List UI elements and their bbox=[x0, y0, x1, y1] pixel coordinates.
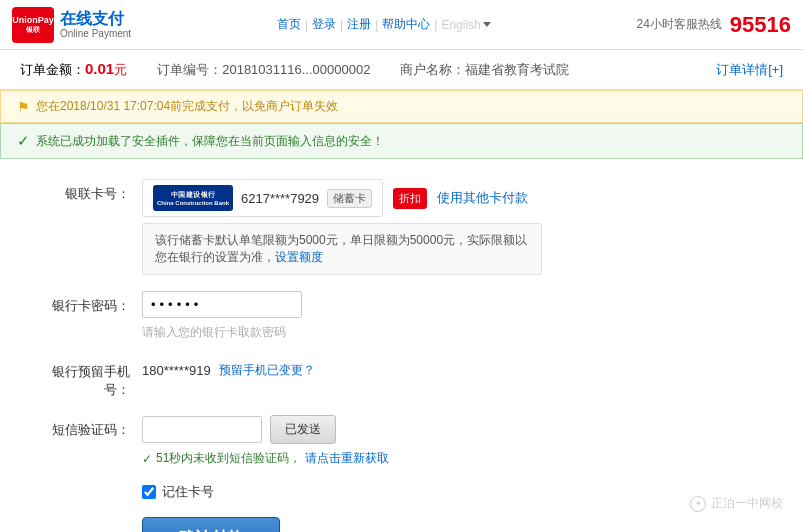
set-limit-link[interactable]: 设置额度 bbox=[275, 250, 323, 264]
bank-card-label: 银联卡号： bbox=[40, 179, 130, 203]
amount-value: 0.01 bbox=[85, 60, 114, 77]
language-selector[interactable]: English bbox=[441, 18, 490, 32]
phone-label: 银行预留手机号： bbox=[40, 357, 130, 399]
form-area: 银联卡号： 中国建设银行 China Construction Bank 621… bbox=[0, 159, 803, 532]
remember-label: 记住卡号 bbox=[162, 483, 214, 501]
hotline-label: 24小时客服热线 bbox=[636, 16, 721, 33]
bank-card-content: 中国建设银行 China Construction Bank 6217****7… bbox=[142, 179, 763, 275]
remember-row: 记住卡号 bbox=[40, 483, 763, 501]
hotline-number: 95516 bbox=[730, 12, 791, 38]
change-phone-link[interactable]: 预留手机已变更？ bbox=[219, 362, 315, 379]
watermark-icon: ✦ bbox=[690, 496, 706, 512]
nav-links: 首页 | 登录 | 注册 | 帮助中心 | English bbox=[277, 16, 491, 33]
amount-label: 订单金额：0.01元 bbox=[20, 60, 127, 79]
send-sms-button[interactable]: 已发送 bbox=[270, 415, 336, 444]
sms-input-row: 已发送 bbox=[142, 415, 763, 444]
header: UnionPay 银联 在线支付 Online Payment 首页 | 登录 … bbox=[0, 0, 803, 50]
password-input[interactable] bbox=[142, 291, 302, 318]
unionpay-logo: UnionPay 银联 bbox=[12, 7, 54, 43]
password-hint: 请输入您的银行卡取款密码 bbox=[142, 324, 763, 341]
logo-area: UnionPay 银联 在线支付 Online Payment bbox=[12, 7, 131, 43]
notice-icon: ⚑ bbox=[17, 99, 30, 115]
discount-badge[interactable]: 折扣 bbox=[393, 188, 427, 209]
notice-bar: ⚑ 您在2018/10/31 17:07:04前完成支付，以免商户订单失效 bbox=[0, 90, 803, 123]
security-check-icon: ✓ bbox=[17, 132, 30, 150]
selected-card[interactable]: 中国建设银行 China Construction Bank 6217****7… bbox=[142, 179, 383, 217]
footer-watermark: ✦ 正泊一中网校 bbox=[690, 495, 783, 512]
password-row: 银行卡密码： 请输入您的银行卡取款密码 bbox=[40, 291, 763, 341]
card-number: 6217****7929 bbox=[241, 191, 319, 206]
order-detail-link[interactable]: 订单详情[+] bbox=[716, 61, 783, 79]
remember-checkbox[interactable] bbox=[142, 485, 156, 499]
phone-content: 180*****919 预留手机已变更？ bbox=[142, 357, 763, 379]
nav-home[interactable]: 首页 bbox=[277, 16, 301, 33]
ccb-logo: 中国建设银行 China Construction Bank bbox=[153, 185, 233, 211]
sms-status: ✓ 51秒内未收到短信验证码， 请点击重新获取 bbox=[142, 450, 763, 467]
bank-card-row: 银联卡号： 中国建设银行 China Construction Bank 621… bbox=[40, 179, 763, 275]
merchant-name: 商户名称：福建省教育考试院 bbox=[400, 61, 569, 79]
logo-main-text: 在线支付 bbox=[60, 9, 131, 28]
phone-value: 180*****919 bbox=[142, 363, 211, 378]
password-label: 银行卡密码： bbox=[40, 291, 130, 315]
hotline-area: 24小时客服热线 95516 bbox=[636, 12, 791, 38]
password-content: 请输入您的银行卡取款密码 bbox=[142, 291, 763, 341]
notice-text: 您在2018/10/31 17:07:04前完成支付，以免商户订单失效 bbox=[36, 98, 338, 115]
nav-help[interactable]: 帮助中心 bbox=[382, 16, 430, 33]
sms-row: 短信验证码： 已发送 ✓ 51秒内未收到短信验证码， 请点击重新获取 bbox=[40, 415, 763, 467]
other-card-link[interactable]: 使用其他卡付款 bbox=[437, 189, 528, 207]
main-container: ⚑ 您在2018/10/31 17:07:04前完成支付，以免商户订单失效 ✓ … bbox=[0, 90, 803, 532]
logo-text: 在线支付 Online Payment bbox=[60, 9, 131, 40]
security-text: 系统已成功加载了安全插件，保障您在当前页面输入信息的安全！ bbox=[36, 133, 384, 150]
order-bar: 订单金额：0.01元 订单编号：20181031116...00000002 商… bbox=[0, 50, 803, 90]
order-number: 订单编号：20181031116...00000002 bbox=[157, 61, 370, 79]
card-hint: 该行储蓄卡默认单笔限额为5000元，单日限额为50000元，实际限额以您在银行的… bbox=[142, 223, 542, 275]
phone-row: 银行预留手机号： 180*****919 预留手机已变更？ bbox=[40, 357, 763, 399]
nav-login[interactable]: 登录 bbox=[312, 16, 336, 33]
sms-label: 短信验证码： bbox=[40, 415, 130, 439]
logo-sub-text: Online Payment bbox=[60, 28, 131, 40]
resend-link[interactable]: 请点击重新获取 bbox=[305, 450, 389, 467]
sms-content: 已发送 ✓ 51秒内未收到短信验证码， 请点击重新获取 bbox=[142, 415, 763, 467]
nav-register[interactable]: 注册 bbox=[347, 16, 371, 33]
chevron-down-icon bbox=[483, 22, 491, 27]
security-notice: ✓ 系统已成功加载了安全插件，保障您在当前页面输入信息的安全！ bbox=[0, 123, 803, 159]
sms-input[interactable] bbox=[142, 416, 262, 443]
watermark-text: 正泊一中网校 bbox=[711, 495, 783, 512]
card-type: 储蓄卡 bbox=[327, 189, 372, 208]
confirm-pay-button[interactable]: 确认付款 bbox=[142, 517, 280, 532]
sms-check-icon: ✓ bbox=[142, 452, 152, 466]
phone-display: 180*****919 预留手机已变更？ bbox=[142, 357, 763, 379]
card-selector: 中国建设银行 China Construction Bank 6217****7… bbox=[142, 179, 763, 217]
